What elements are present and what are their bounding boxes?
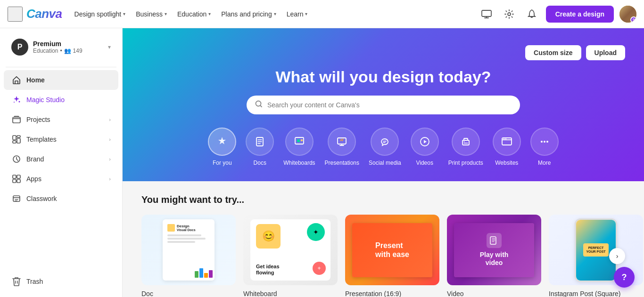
- svg-rect-4: [13, 117, 20, 123]
- chevron-down-icon: ▾: [305, 11, 307, 16]
- sidebar-item-home[interactable]: Home: [4, 70, 118, 90]
- svg-point-29: [546, 141, 548, 143]
- suggestion-label: Whiteboard: [243, 290, 338, 297]
- hero-cat-presentations[interactable]: Presentations: [325, 128, 359, 166]
- avatar[interactable]: P: [619, 6, 636, 23]
- svg-rect-6: [17, 136, 20, 137]
- search-input[interactable]: [267, 101, 512, 109]
- monitor-icon-btn[interactable]: [478, 6, 495, 23]
- hamburger-menu[interactable]: [8, 7, 23, 22]
- avatar-badge: P: [630, 16, 636, 23]
- svg-rect-0: [482, 10, 491, 16]
- presentation-thumbnail: Presentwith ease: [345, 215, 439, 285]
- sidebar-item-trash[interactable]: Trash: [4, 272, 118, 291]
- apps-icon: [11, 174, 22, 184]
- insta-screen-content: PERFECTYOUR POST: [576, 220, 616, 281]
- nav-business[interactable]: Business ▾: [131, 8, 172, 21]
- sidebar-item-apps[interactable]: Apps ›: [4, 169, 118, 189]
- svg-point-25: [504, 138, 504, 139]
- nav-plans-pricing[interactable]: Plans and pricing ▾: [216, 8, 281, 21]
- sidebar-item-label: Classwork: [26, 195, 111, 202]
- custom-size-button[interactable]: Custom size: [525, 45, 581, 60]
- hero-cat-social-media[interactable]: Social media: [369, 128, 401, 166]
- suggestion-label: Doc: [141, 290, 236, 297]
- suggestion-card-whiteboard[interactable]: 😊 ✦ Get ideasflowing + Whiteboard: [243, 215, 338, 297]
- sidebar-item-label: Brand: [26, 155, 104, 163]
- hero-actions-row: Custom size Upload: [141, 45, 625, 60]
- whiteboards-icon: [285, 128, 314, 156]
- hero-cat-websites[interactable]: Websites: [493, 128, 521, 166]
- templates-icon: [11, 134, 22, 144]
- hero-cat-whiteboards[interactable]: Whiteboards: [283, 128, 315, 166]
- svg-point-23: [463, 141, 464, 142]
- sidebar-item-label: Projects: [26, 116, 104, 123]
- video-preview: Play withvideo: [454, 223, 534, 277]
- sidebar-item-brand[interactable]: Brand ›: [4, 149, 118, 169]
- sidebar-item-templates[interactable]: Templates ›: [4, 129, 118, 149]
- chevron-down-icon: ▾: [123, 11, 125, 16]
- presentations-icon: [328, 128, 356, 156]
- hero-cat-more[interactable]: More: [530, 128, 559, 166]
- hero-cat-for-you[interactable]: For you: [208, 128, 236, 166]
- sidebar-item-projects[interactable]: Projects ›: [4, 110, 118, 129]
- hero-cat-print-products[interactable]: Print products: [448, 128, 483, 166]
- suggestions-title: You might want to try...: [141, 194, 625, 205]
- doc-preview: Design Visual Docs: [163, 219, 215, 281]
- main-layout: P Premium Education • 👥 149 ▾: [0, 28, 644, 297]
- hero-search-bar: [247, 96, 520, 114]
- sidebar-item-label: Apps: [26, 175, 104, 183]
- suggestion-card-video[interactable]: Play withvideo Video: [447, 215, 541, 297]
- chevron-down-icon: ▾: [274, 11, 276, 16]
- suggestion-card-presentation[interactable]: Presentwith ease Presentation (16:9): [345, 215, 439, 297]
- sidebar-item-magic-studio[interactable]: Magic Studio: [4, 90, 118, 110]
- svg-rect-20: [338, 138, 346, 144]
- magic-studio-icon: [11, 95, 22, 105]
- suggestions-grid: Design Visual Docs: [141, 215, 625, 297]
- for-you-icon: [208, 128, 236, 156]
- sidebar-item-classwork[interactable]: Classwork: [4, 189, 118, 209]
- svg-rect-10: [13, 175, 16, 178]
- hero-cat-label: For you: [213, 160, 232, 166]
- chevron-down-icon: ▾: [165, 11, 167, 16]
- svg-rect-18: [297, 139, 300, 142]
- videos-icon: [411, 128, 439, 156]
- chevron-right-icon: ›: [109, 156, 111, 162]
- hero-cat-videos[interactable]: Videos: [411, 128, 439, 166]
- account-subtitle: Education • 👥 149: [33, 48, 103, 54]
- nav-education[interactable]: Education ▾: [173, 8, 215, 21]
- home-icon: [11, 75, 22, 85]
- chevron-down-icon: ▾: [208, 11, 211, 16]
- logo[interactable]: Canva: [26, 7, 62, 21]
- nav-right: Create a design P: [478, 6, 636, 23]
- docs-icon: [246, 128, 274, 156]
- notifications-icon-btn[interactable]: [523, 6, 540, 23]
- account-avatar: P: [11, 39, 28, 56]
- help-button[interactable]: ?: [614, 267, 635, 288]
- sidebar-item-label: Magic Studio: [26, 96, 111, 104]
- sidebar: P Premium Education • 👥 149 ▾: [0, 28, 123, 297]
- hero-cat-label: Print products: [448, 160, 483, 166]
- hero-cat-label: Social media: [369, 160, 401, 166]
- pres-preview-text: Presentwith ease: [375, 241, 409, 259]
- account-switcher[interactable]: P Premium Education • 👥 149 ▾: [4, 34, 118, 60]
- upload-button[interactable]: Upload: [586, 45, 625, 60]
- svg-rect-11: [17, 175, 20, 178]
- svg-point-2: [19, 101, 20, 103]
- whiteboard-thumbnail: 😊 ✦ Get ideasflowing +: [243, 215, 338, 285]
- svg-point-28: [544, 141, 545, 143]
- hero-cat-label: Presentations: [325, 160, 359, 166]
- scroll-right-arrow[interactable]: ›: [609, 248, 625, 264]
- hero-cat-label: Whiteboards: [283, 160, 315, 166]
- member-count-icon: 👥: [64, 48, 71, 54]
- instagram-preview: PERFECTYOUR POST: [575, 218, 617, 282]
- nav-learn[interactable]: Learn ▾: [282, 8, 313, 21]
- brand-icon: [11, 154, 22, 164]
- logo-text: Canva: [26, 7, 62, 21]
- suggestion-card-doc[interactable]: Design Visual Docs: [141, 215, 236, 297]
- nav-design-spotlight[interactable]: Design spotlight ▾: [70, 8, 131, 21]
- chevron-down-icon: ▾: [108, 44, 111, 50]
- chevron-right-icon: ›: [109, 176, 111, 182]
- settings-icon-btn[interactable]: [501, 6, 518, 23]
- create-design-button[interactable]: Create a design: [546, 6, 614, 23]
- hero-cat-docs[interactable]: Docs: [246, 128, 274, 166]
